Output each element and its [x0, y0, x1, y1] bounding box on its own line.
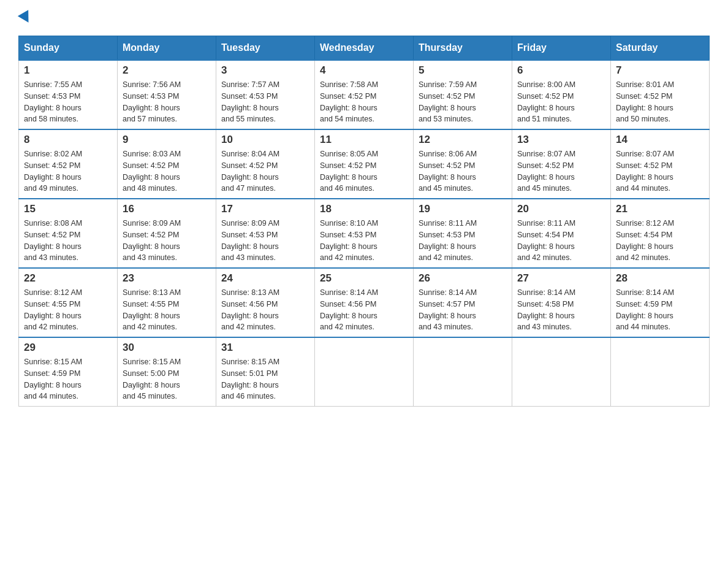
header-row: SundayMondayTuesdayWednesdayThursdayFrid…	[19, 36, 710, 61]
header-day-wednesday: Wednesday	[315, 36, 414, 61]
header-day-sunday: Sunday	[19, 36, 118, 61]
day-number: 23	[123, 272, 211, 285]
day-number: 16	[123, 203, 211, 215]
day-number: 3	[221, 64, 309, 77]
day-number: 30	[123, 342, 211, 354]
calendar-cell: 31 Sunrise: 8:15 AMSunset: 5:01 PMDaylig…	[216, 337, 315, 407]
calendar-cell: 28 Sunrise: 8:14 AMSunset: 4:59 PMDaylig…	[611, 268, 710, 337]
day-info: Sunrise: 8:00 AMSunset: 4:52 PMDaylight:…	[517, 79, 605, 125]
calendar-cell: 21 Sunrise: 8:12 AMSunset: 4:54 PMDaylig…	[611, 199, 710, 268]
day-info: Sunrise: 8:14 AMSunset: 4:58 PMDaylight:…	[517, 287, 605, 333]
day-number: 6	[517, 64, 605, 77]
week-row-2: 8 Sunrise: 8:02 AMSunset: 4:52 PMDayligh…	[19, 129, 710, 199]
day-number: 19	[419, 203, 507, 215]
day-number: 20	[517, 203, 605, 215]
day-number: 1	[24, 64, 112, 77]
day-info: Sunrise: 8:08 AMSunset: 4:52 PMDaylight:…	[24, 218, 112, 264]
day-info: Sunrise: 7:57 AMSunset: 4:53 PMDaylight:…	[221, 79, 309, 125]
header-day-saturday: Saturday	[611, 36, 710, 61]
day-info: Sunrise: 8:13 AMSunset: 4:55 PMDaylight:…	[123, 287, 211, 333]
logo-triangle-icon	[18, 10, 34, 26]
day-number: 2	[123, 64, 211, 77]
day-number: 25	[320, 272, 408, 285]
day-number: 4	[320, 64, 408, 77]
calendar-cell: 18 Sunrise: 8:10 AMSunset: 4:53 PMDaylig…	[315, 199, 414, 268]
day-number: 17	[221, 203, 309, 215]
calendar-cell: 3 Sunrise: 7:57 AMSunset: 4:53 PMDayligh…	[216, 60, 315, 129]
day-info: Sunrise: 8:06 AMSunset: 4:52 PMDaylight:…	[419, 148, 507, 194]
day-info: Sunrise: 8:07 AMSunset: 4:52 PMDaylight:…	[517, 148, 605, 194]
day-number: 24	[221, 272, 309, 285]
calendar-cell: 12 Sunrise: 8:06 AMSunset: 4:52 PMDaylig…	[414, 129, 512, 199]
day-info: Sunrise: 8:12 AMSunset: 4:54 PMDaylight:…	[616, 218, 704, 264]
calendar-cell: 26 Sunrise: 8:14 AMSunset: 4:57 PMDaylig…	[414, 268, 512, 337]
day-info: Sunrise: 8:01 AMSunset: 4:52 PMDaylight:…	[616, 79, 704, 125]
calendar-cell: 30 Sunrise: 8:15 AMSunset: 5:00 PMDaylig…	[118, 337, 216, 407]
day-info: Sunrise: 7:59 AMSunset: 4:52 PMDaylight:…	[419, 79, 507, 125]
calendar-cell: 8 Sunrise: 8:02 AMSunset: 4:52 PMDayligh…	[19, 129, 118, 199]
day-number: 15	[24, 203, 112, 215]
logo	[18, 12, 29, 23]
day-info: Sunrise: 8:14 AMSunset: 4:57 PMDaylight:…	[419, 287, 507, 333]
calendar-cell	[512, 337, 611, 407]
day-info: Sunrise: 8:10 AMSunset: 4:53 PMDaylight:…	[320, 218, 408, 264]
calendar-cell: 19 Sunrise: 8:11 AMSunset: 4:53 PMDaylig…	[414, 199, 512, 268]
calendar-cell: 4 Sunrise: 7:58 AMSunset: 4:52 PMDayligh…	[315, 60, 414, 129]
day-info: Sunrise: 8:15 AMSunset: 5:00 PMDaylight:…	[123, 356, 211, 402]
calendar-cell: 24 Sunrise: 8:13 AMSunset: 4:56 PMDaylig…	[216, 268, 315, 337]
week-row-3: 15 Sunrise: 8:08 AMSunset: 4:52 PMDaylig…	[19, 199, 710, 268]
calendar-cell	[611, 337, 710, 407]
calendar-cell: 13 Sunrise: 8:07 AMSunset: 4:52 PMDaylig…	[512, 129, 611, 199]
day-info: Sunrise: 8:11 AMSunset: 4:53 PMDaylight:…	[419, 218, 507, 264]
calendar-cell: 14 Sunrise: 8:07 AMSunset: 4:52 PMDaylig…	[611, 129, 710, 199]
day-number: 27	[517, 272, 605, 285]
day-info: Sunrise: 8:09 AMSunset: 4:53 PMDaylight:…	[221, 218, 309, 264]
day-info: Sunrise: 7:56 AMSunset: 4:53 PMDaylight:…	[123, 79, 211, 125]
day-number: 31	[221, 342, 309, 354]
logo-blue	[18, 12, 29, 23]
day-info: Sunrise: 8:05 AMSunset: 4:52 PMDaylight:…	[320, 148, 408, 194]
header-day-monday: Monday	[118, 36, 216, 61]
day-info: Sunrise: 8:14 AMSunset: 4:56 PMDaylight:…	[320, 287, 408, 333]
day-info: Sunrise: 8:14 AMSunset: 4:59 PMDaylight:…	[616, 287, 704, 333]
day-info: Sunrise: 8:09 AMSunset: 4:52 PMDaylight:…	[123, 218, 211, 264]
calendar-cell: 11 Sunrise: 8:05 AMSunset: 4:52 PMDaylig…	[315, 129, 414, 199]
calendar-cell: 16 Sunrise: 8:09 AMSunset: 4:52 PMDaylig…	[118, 199, 216, 268]
calendar-table: SundayMondayTuesdayWednesdayThursdayFrid…	[18, 36, 710, 407]
header-day-tuesday: Tuesday	[216, 36, 315, 61]
calendar-cell	[414, 337, 512, 407]
day-number: 13	[517, 134, 605, 146]
calendar-cell	[315, 337, 414, 407]
calendar-cell: 17 Sunrise: 8:09 AMSunset: 4:53 PMDaylig…	[216, 199, 315, 268]
week-row-4: 22 Sunrise: 8:12 AMSunset: 4:55 PMDaylig…	[19, 268, 710, 337]
week-row-1: 1 Sunrise: 7:55 AMSunset: 4:53 PMDayligh…	[19, 60, 710, 129]
day-number: 8	[24, 134, 112, 146]
calendar-cell: 1 Sunrise: 7:55 AMSunset: 4:53 PMDayligh…	[19, 60, 118, 129]
day-number: 29	[24, 342, 112, 354]
day-info: Sunrise: 8:15 AMSunset: 4:59 PMDaylight:…	[24, 356, 112, 402]
day-number: 9	[123, 134, 211, 146]
day-info: Sunrise: 8:12 AMSunset: 4:55 PMDaylight:…	[24, 287, 112, 333]
week-row-5: 29 Sunrise: 8:15 AMSunset: 4:59 PMDaylig…	[19, 337, 710, 407]
calendar-cell: 20 Sunrise: 8:11 AMSunset: 4:54 PMDaylig…	[512, 199, 611, 268]
calendar-cell: 10 Sunrise: 8:04 AMSunset: 4:52 PMDaylig…	[216, 129, 315, 199]
calendar-cell: 22 Sunrise: 8:12 AMSunset: 4:55 PMDaylig…	[19, 268, 118, 337]
calendar-cell: 29 Sunrise: 8:15 AMSunset: 4:59 PMDaylig…	[19, 337, 118, 407]
day-number: 14	[616, 134, 704, 146]
day-info: Sunrise: 8:11 AMSunset: 4:54 PMDaylight:…	[517, 218, 605, 264]
day-number: 22	[24, 272, 112, 285]
calendar-cell: 23 Sunrise: 8:13 AMSunset: 4:55 PMDaylig…	[118, 268, 216, 337]
day-info: Sunrise: 7:55 AMSunset: 4:53 PMDaylight:…	[24, 79, 112, 125]
day-info: Sunrise: 8:13 AMSunset: 4:56 PMDaylight:…	[221, 287, 309, 333]
calendar-cell: 2 Sunrise: 7:56 AMSunset: 4:53 PMDayligh…	[118, 60, 216, 129]
calendar-cell: 15 Sunrise: 8:08 AMSunset: 4:52 PMDaylig…	[19, 199, 118, 268]
calendar-cell: 5 Sunrise: 7:59 AMSunset: 4:52 PMDayligh…	[414, 60, 512, 129]
day-number: 26	[419, 272, 507, 285]
calendar-cell: 7 Sunrise: 8:01 AMSunset: 4:52 PMDayligh…	[611, 60, 710, 129]
day-number: 28	[616, 272, 704, 285]
day-info: Sunrise: 8:07 AMSunset: 4:52 PMDaylight:…	[616, 148, 704, 194]
calendar-cell: 27 Sunrise: 8:14 AMSunset: 4:58 PMDaylig…	[512, 268, 611, 337]
page-header	[18, 12, 710, 23]
day-number: 11	[320, 134, 408, 146]
calendar-cell: 25 Sunrise: 8:14 AMSunset: 4:56 PMDaylig…	[315, 268, 414, 337]
